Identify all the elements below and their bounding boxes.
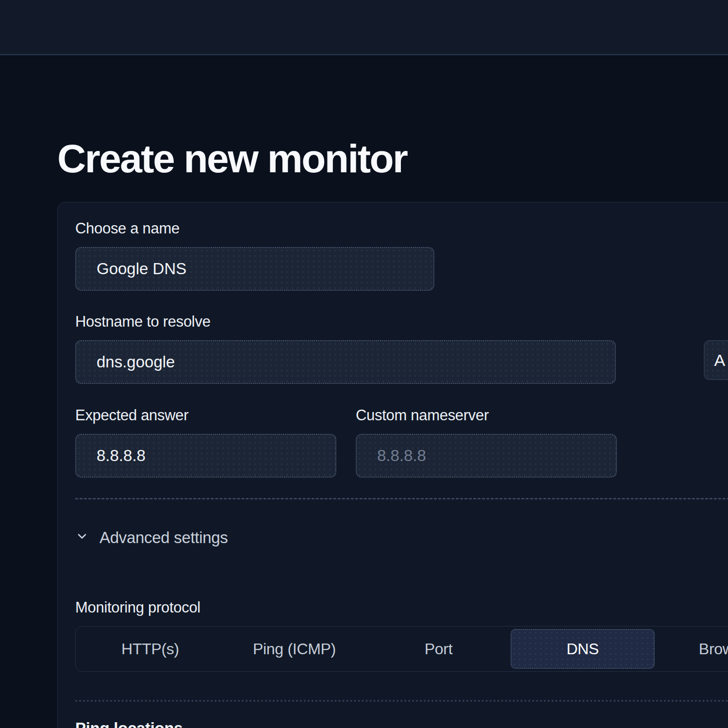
expected-answer-input[interactable] [75, 434, 336, 478]
hostname-field-label: Hostname to resolve [75, 313, 694, 331]
hostname-row: Hostname to resolve A [75, 313, 728, 384]
record-type-value: A [714, 351, 726, 370]
tab-browser[interactable]: Browser [655, 629, 728, 669]
advanced-settings-label: Advanced settings [99, 529, 228, 547]
record-type-select[interactable]: A [704, 340, 728, 380]
tab-ping-icmp[interactable]: Ping (ICMP) [222, 629, 366, 669]
tab-dns[interactable]: DNS [511, 629, 655, 669]
tab-https[interactable]: HTTP(s) [78, 629, 222, 669]
custom-nameserver-label: Custom nameserver [356, 407, 617, 424]
expected-answer-label: Expected answer [75, 407, 336, 424]
ping-locations-label: Ping locations [75, 719, 728, 728]
name-input[interactable] [75, 247, 434, 291]
monitor-form-card: Choose a name Hostname to resolve A Expe… [57, 202, 728, 728]
section-divider [75, 700, 728, 702]
tab-port[interactable]: Port [366, 629, 511, 669]
page-title: Create new monitor [57, 137, 728, 181]
hostname-input[interactable] [75, 340, 616, 384]
name-field-label: Choose a name [75, 220, 728, 237]
answer-nameserver-row: Expected answer Custom nameserver [75, 407, 728, 478]
top-navigation-bar [0, 0, 728, 55]
main-content: Create new monitor Choose a name Hostnam… [0, 137, 728, 728]
monitoring-protocol-label: Monitoring protocol [75, 599, 728, 616]
advanced-settings-toggle[interactable]: Advanced settings [75, 529, 228, 547]
protocol-tab-bar: HTTP(s) Ping (ICMP) Port DNS Browser [75, 626, 728, 672]
hostname-field: Hostname to resolve [75, 313, 694, 384]
custom-nameserver-input[interactable] [356, 434, 617, 478]
section-divider [75, 498, 728, 499]
expected-answer-field: Expected answer [75, 407, 336, 478]
chevron-down-icon [75, 529, 89, 547]
custom-nameserver-field: Custom nameserver [356, 407, 617, 478]
